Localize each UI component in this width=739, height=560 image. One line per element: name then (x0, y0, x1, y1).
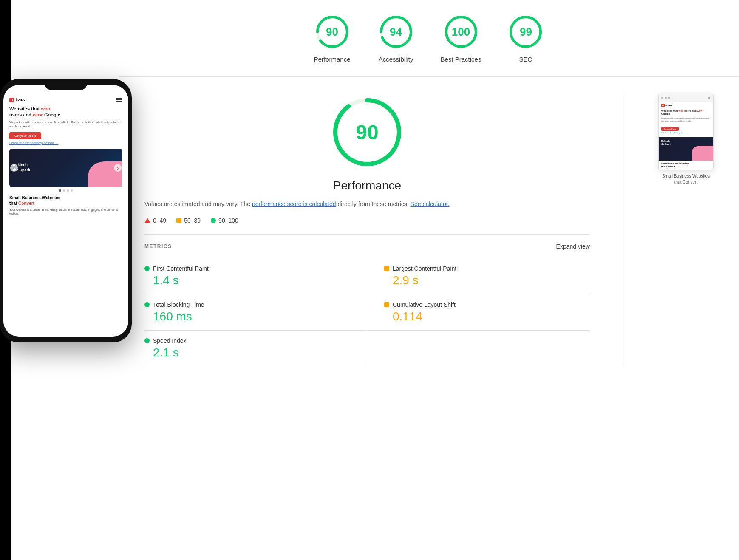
score-number-seo: 99 (520, 25, 532, 39)
metric-tbt: Total Blocking Time 160 ms (144, 294, 367, 331)
metric-tbt-value: 160 ms (153, 310, 350, 323)
metric-lcp-value: 2.9 s (393, 274, 590, 287)
legend-pass-label: 90–100 (218, 217, 238, 224)
metric-fcp-dot (144, 266, 150, 271)
metrics-grid: First Contentful Paint 1.4 s Largest Con… (144, 258, 590, 366)
thumb-hero-section: Websites that woo users and wow Google W… (659, 108, 713, 138)
main-area: B itzazz Websites that woo users and wow… (119, 77, 739, 383)
expand-button[interactable]: Expand view (556, 243, 590, 250)
metric-cls-dot (384, 302, 389, 307)
phone-hamburger[interactable] (116, 98, 122, 102)
metric-si: Speed Index 2.1 s (144, 331, 367, 366)
score-item-accessibility: 94 Accessibility (377, 13, 415, 64)
thumb-dot-1 (661, 97, 663, 99)
thumb-hero-desc: We partner with businesses to craft beau… (661, 117, 711, 122)
black-edge (0, 0, 11, 560)
thumb-topbar: ✕ (659, 94, 713, 102)
preview-thumb: ✕ B itzazz Websites that woo users and w… (658, 94, 714, 366)
thumb-close: ✕ (708, 96, 711, 100)
thumb-dots (661, 97, 670, 99)
phone-logo-text: itzazz (16, 98, 26, 102)
score-circle-performance: 90 (313, 13, 351, 51)
phone-dot-4 (71, 189, 73, 192)
metric-cls-value: 0.114 (393, 310, 590, 323)
thumb-bottom-title: Small Business Websitesthat Convert (659, 161, 713, 169)
thumb-caption: Small Business Websites that Convert (658, 173, 714, 185)
phone-dot-2 (63, 189, 65, 192)
metric-fcp-value: 1.4 s (153, 274, 350, 287)
score-item-performance: 90 Performance (313, 13, 351, 64)
metric-fcp: First Contentful Paint 1.4 s (144, 258, 367, 294)
big-circle-wrap: 90 (144, 94, 590, 170)
thumb-image: Rekindlethe Spark (659, 137, 713, 161)
thumb-dot-2 (665, 97, 667, 99)
phone-slider-text: Rekindlethe Spark (13, 163, 30, 173)
thumb-dot-3 (668, 97, 670, 99)
score-circle-seo: 99 (507, 13, 545, 51)
legend-pass: 90–100 (211, 217, 238, 224)
phone-bottom-red: Convert (18, 201, 34, 206)
big-score-circle: 90 (329, 94, 405, 170)
perf-link2[interactable]: See calculator. (411, 201, 450, 207)
metric-lcp-name-row: Largest Contentful Paint (384, 265, 590, 272)
phone-hero-title: Websites that woo users and wow Google (9, 106, 122, 118)
metric-si-value: 2.1 s (153, 346, 350, 359)
score-label-best-practices: Best Practices (441, 55, 481, 64)
metric-si-dot (144, 338, 150, 343)
vert-divider (624, 94, 624, 366)
thumb-logo-text: itzazz (665, 104, 672, 107)
metric-lcp-dot (384, 266, 389, 271)
legend-fail: 0–49 (144, 217, 166, 224)
metric-si-name: Speed Index (153, 337, 187, 344)
phone-next-arrow[interactable]: › (114, 164, 122, 172)
phone-hero-desc: We partner with businesses to craft beau… (9, 120, 122, 129)
phone-slider-image: Rekindlethe Spark (9, 149, 122, 187)
score-circle-best-practices: 100 (442, 13, 480, 51)
phone-cta-button[interactable]: Get your Quote (9, 132, 41, 139)
thumb-image-pink (692, 146, 713, 161)
phone-screen: B itzazz Websites that woo users and wow… (3, 85, 128, 337)
score-item-best-practices: 100 Best Practices (441, 13, 481, 64)
legend-fail-label: 0–49 (153, 217, 166, 224)
thumb-hero-title: Websites that woo users and wow Google (661, 110, 711, 116)
perf-title: Performance (144, 179, 590, 192)
phone-schedule-link[interactable]: Schedule a Free Strategy Session → (9, 141, 122, 144)
score-label-accessibility: Accessibility (379, 55, 413, 64)
legend-triangle-icon (144, 218, 150, 223)
perf-link1[interactable]: performance score is calculated (252, 201, 336, 207)
phone-prev-arrow[interactable]: ‹ (10, 164, 18, 172)
big-score-number: 90 (356, 120, 378, 144)
phone-dots (9, 189, 122, 192)
legend-row: 0–49 50–89 90–100 (144, 217, 238, 224)
thumb-logo-row: B itzazz (659, 102, 713, 108)
metric-fcp-name-row: First Contentful Paint (144, 265, 350, 272)
phone-outer: B itzazz Websites that woo users and wow… (0, 79, 132, 342)
legend-average-label: 50–89 (184, 217, 201, 224)
metric-cls-name: Cumulative Layout Shift (393, 301, 456, 308)
legend-average: 50–89 (176, 217, 201, 224)
score-number-accessibility: 94 (390, 25, 402, 39)
metric-tbt-dot (144, 302, 150, 307)
phone-notch (45, 79, 87, 90)
thumb-link: Schedule a Free Strategy Session → (661, 132, 711, 134)
thumb-logo-b: B (661, 104, 665, 107)
score-label-performance: Performance (314, 55, 351, 64)
metric-cls-name-row: Cumulative Layout Shift (384, 301, 590, 308)
phone-red-woo: woo (41, 106, 50, 111)
score-number-best-practices: 100 (452, 25, 470, 39)
metric-si-name-row: Speed Index (144, 337, 350, 344)
phone-dot-3 (67, 189, 69, 192)
legend-circle-icon (211, 218, 216, 223)
phone-red-wow: wow (33, 112, 43, 117)
perf-panel: 90 Performance Values are estimated and … (144, 94, 590, 366)
phone-mockup: B itzazz Websites that woo users and wow… (0, 0, 132, 466)
metric-lcp-name: Largest Contentful Paint (393, 265, 456, 272)
phone-image-pink (88, 161, 122, 187)
metrics-header: METRICS Expand view (144, 234, 590, 250)
phone-bottom-desc: Your website is a powerful marketing mac… (9, 208, 122, 216)
score-circle-accessibility: 94 (377, 13, 415, 51)
metric-tbt-name-row: Total Blocking Time (144, 301, 350, 308)
score-label-seo: SEO (519, 55, 533, 64)
metric-tbt-name: Total Blocking Time (153, 301, 204, 308)
scores-bar: 90 Performance 94 Accessibility 100 Best (119, 0, 739, 76)
